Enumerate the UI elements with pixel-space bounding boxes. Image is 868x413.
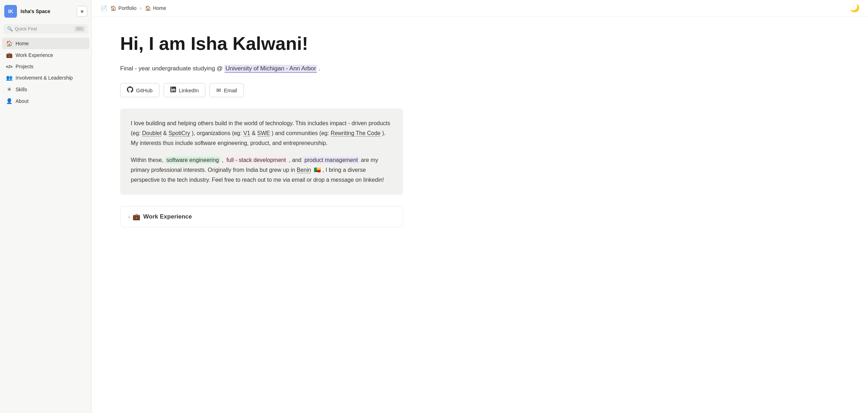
subtitle-before: Final - year undergraduate studying @ bbox=[120, 65, 224, 72]
work-experience-section[interactable]: › 💼 Work Experience bbox=[120, 206, 403, 227]
sidebar-nav: 🏠 Home 💼 Work Experience </> Projects 👥 … bbox=[0, 36, 92, 108]
work-experience-label: Work Experience bbox=[143, 213, 192, 220]
subtitle: Final - year undergraduate studying @ Un… bbox=[120, 64, 403, 73]
dark-mode-toggle[interactable]: 🌙 bbox=[850, 4, 860, 13]
linkedin-icon bbox=[170, 87, 176, 94]
sidebar-item-work-experience[interactable]: 💼 Work Experience bbox=[2, 50, 89, 61]
sidebar-item-about-label: About bbox=[16, 98, 29, 104]
sidebar-item-work-label: Work Experience bbox=[16, 52, 53, 58]
page-doc-icon: 📄 bbox=[100, 5, 107, 12]
doublet-link[interactable]: Doublet bbox=[142, 130, 162, 136]
sidebar-header: IK Isha's Space ≡ bbox=[0, 0, 92, 23]
bio-card: I love building and helping others build… bbox=[120, 109, 403, 195]
email-icon: ✉ bbox=[216, 87, 221, 94]
bio-paragraph-1: I love building and helping others build… bbox=[131, 118, 392, 148]
university-link[interactable]: University of Michigan - Ann Arbor bbox=[224, 65, 317, 73]
sidebar: IK Isha's Space ≡ 🔍 Quick Find ⌘K 🏠 Home… bbox=[0, 0, 92, 413]
email-button[interactable]: ✉ Email bbox=[210, 83, 244, 97]
page-body: Hi, I am Isha Kalwani! Final - year unde… bbox=[92, 17, 431, 256]
search-icon: 🔍 bbox=[7, 26, 13, 31]
sidebar-item-home[interactable]: 🏠 Home bbox=[2, 38, 89, 49]
breadcrumb-portfolio[interactable]: 🏠 Portfolio bbox=[110, 5, 136, 11]
work-emoji: 💼 bbox=[133, 213, 140, 221]
sidebar-item-projects-label: Projects bbox=[16, 64, 34, 69]
work-experience-header: › 💼 Work Experience bbox=[128, 213, 395, 221]
github-icon bbox=[127, 86, 133, 94]
briefcase-icon: 💼 bbox=[6, 52, 13, 58]
sidebar-item-skills-label: Skills bbox=[16, 87, 27, 92]
sidebar-item-about[interactable]: 👤 About bbox=[2, 95, 89, 107]
email-label: Email bbox=[224, 87, 237, 93]
benin-link[interactable]: Benin bbox=[297, 167, 311, 173]
sidebar-item-projects[interactable]: </> Projects bbox=[2, 61, 89, 72]
sidebar-item-home-label: Home bbox=[16, 41, 29, 46]
breadcrumb-home-icon-1: 🏠 bbox=[110, 5, 116, 11]
people-icon: 👥 bbox=[6, 75, 13, 81]
github-button[interactable]: GitHub bbox=[120, 83, 159, 97]
main-content: 📄 🏠 Portfolio > 🏠 Home 🌙 Hi, I am Isha K… bbox=[92, 0, 868, 413]
breadcrumb-home-icon-2: 🏠 bbox=[145, 5, 151, 11]
breadcrumb-separator: > bbox=[139, 6, 142, 11]
home-icon: 🏠 bbox=[6, 40, 13, 47]
topbar: 📄 🏠 Portfolio > 🏠 Home 🌙 bbox=[92, 0, 868, 17]
sidebar-item-involvement-label: Involvement & Leadership bbox=[16, 75, 73, 81]
breadcrumb-home-label: Home bbox=[153, 5, 166, 11]
search-shortcut: ⌘K bbox=[75, 26, 84, 31]
highlight-fullstack: full - stack development bbox=[225, 157, 287, 163]
sidebar-item-skills[interactable]: ✳ Skills bbox=[2, 84, 89, 95]
search-placeholder: Quick Find bbox=[15, 26, 72, 31]
avatar: IK bbox=[4, 5, 17, 18]
spoticry-link[interactable]: SpotiCry bbox=[169, 130, 190, 136]
page-title: Hi, I am Isha Kalwani! bbox=[120, 34, 403, 54]
bio-paragraph-2: Within these, software engineering , ful… bbox=[131, 155, 392, 185]
social-buttons-group: GitHub LinkedIn ✉ Email bbox=[120, 83, 403, 97]
linkedin-button[interactable]: LinkedIn bbox=[164, 83, 206, 97]
code-icon: </> bbox=[6, 64, 13, 69]
sidebar-item-involvement[interactable]: 👥 Involvement & Leadership bbox=[2, 72, 89, 83]
highlight-product-management: product management bbox=[303, 157, 359, 163]
breadcrumb-home[interactable]: 🏠 Home bbox=[145, 5, 166, 11]
github-label: GitHub bbox=[136, 87, 153, 93]
person-icon: 👤 bbox=[6, 98, 13, 104]
v1-link[interactable]: V1 bbox=[243, 130, 250, 136]
skills-icon: ✳ bbox=[6, 86, 13, 93]
rewriting-the-code-link[interactable]: Rewriting The Code bbox=[331, 130, 381, 136]
breadcrumb-portfolio-label: Portfolio bbox=[118, 5, 136, 11]
menu-toggle-button[interactable]: ≡ bbox=[77, 6, 87, 17]
search-bar[interactable]: 🔍 Quick Find ⌘K bbox=[4, 24, 88, 34]
workspace-name: Isha's Space bbox=[20, 8, 73, 14]
swe-link[interactable]: SWE bbox=[257, 130, 270, 136]
benin-flag: 🇧🇯 bbox=[314, 165, 321, 175]
linkedin-label: LinkedIn bbox=[179, 87, 199, 93]
subtitle-after: . bbox=[319, 65, 321, 72]
highlight-software-engineering: software engineering bbox=[165, 157, 221, 163]
section-collapse-arrow: › bbox=[128, 214, 130, 220]
